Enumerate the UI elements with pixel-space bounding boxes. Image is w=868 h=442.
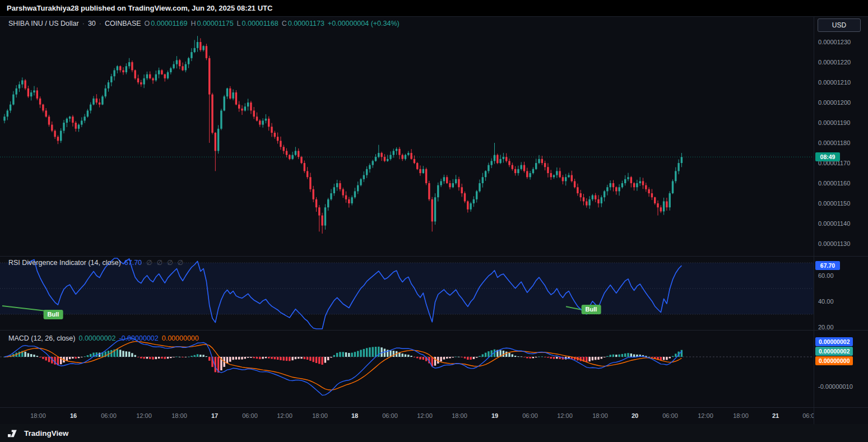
- close-value: 0.00001173: [288, 20, 324, 27]
- open-value: 0.00001169: [151, 20, 187, 27]
- tradingview-logo-icon[interactable]: [8, 429, 20, 438]
- rsi-pane-canvas[interactable]: [0, 257, 814, 331]
- time-axis-label: 21: [772, 412, 779, 419]
- high-label: H: [191, 20, 196, 27]
- macd-scale-tick: -0.00000010: [818, 383, 853, 390]
- macd-indicator-title[interactable]: MACD (12, 26, close): [8, 334, 75, 342]
- macd-line-value: -0.00000002: [119, 334, 159, 342]
- bull-marker: Bull: [582, 305, 601, 314]
- change-value: +0.00000004 (+0.34%): [328, 20, 400, 27]
- publish-info-text: published on TradingView.com, Jun 20, 20…: [78, 4, 272, 12]
- interval-label[interactable]: 30: [88, 20, 96, 27]
- price-scale-tick: 0.00001180: [818, 139, 850, 146]
- close-label: C: [282, 20, 287, 27]
- macd-value-badge: 0.00000002: [815, 337, 853, 346]
- price-legend[interactable]: SHIBA INU / US Dollar · 30 · COINBASE O0…: [8, 20, 400, 27]
- time-axis-label: 12:00: [277, 412, 293, 419]
- publisher-username: ParshwaTurakhiya28: [7, 4, 78, 12]
- legend-separator: ·: [82, 20, 85, 27]
- high-value: 0.00001175: [197, 20, 233, 27]
- price-chart-canvas[interactable]: [0, 16, 814, 257]
- time-axis-label: 06:00: [382, 412, 398, 419]
- time-axis-label: 12:00: [136, 412, 152, 419]
- close-pair: C0.00001173: [282, 20, 324, 27]
- macd-value-badge: 0.00000002: [815, 347, 853, 356]
- exchange-label[interactable]: COINBASE: [105, 20, 141, 27]
- low-pair: L0.00001168: [237, 20, 278, 27]
- countdown-badge: 08:49: [815, 152, 840, 161]
- rsi-indicator-title[interactable]: RSI Divergence Indicator (14, close): [8, 259, 121, 267]
- time-axis-label: 06:00: [101, 412, 117, 419]
- time-axis-label: 18:00: [452, 412, 467, 419]
- rsi-scale-tick: 40.00: [818, 298, 834, 305]
- time-axis-label: 06:00: [802, 412, 814, 419]
- rsi-scale-tick: 20.00: [818, 324, 834, 331]
- macd-value-badge: 0.00000000: [815, 356, 853, 365]
- rsi-value: 67.70: [124, 259, 142, 267]
- price-scale-tick: 0.00001210: [818, 79, 851, 86]
- price-scale-tick: 0.00001140: [818, 220, 850, 227]
- price-scale-tick: 0.00001200: [818, 99, 851, 106]
- high-pair: H0.00001175: [191, 20, 233, 27]
- time-axis-label: 19: [491, 412, 498, 419]
- bull-marker: Bull: [44, 310, 63, 319]
- price-scale-tick: 0.00001230: [818, 39, 851, 45]
- macd-signal-value: 0.00000000: [162, 334, 199, 342]
- time-axis-label: 18:00: [30, 412, 46, 419]
- time-axis-label: 18:00: [171, 412, 187, 419]
- time-axis-label: 18:00: [592, 412, 608, 419]
- price-scale[interactable]: 0.000012300.000012200.000012100.00001200…: [814, 16, 868, 424]
- settings-icon[interactable]: ∅: [157, 259, 163, 267]
- time-axis-label: 12:00: [417, 412, 433, 419]
- legend-separator: ·: [99, 20, 101, 27]
- time-axis-label: 20: [632, 412, 638, 419]
- time-axis-label: 17: [211, 412, 218, 419]
- symbol-name[interactable]: SHIBA INU / US Dollar: [8, 20, 79, 27]
- macd-hist-value: 0.00000002: [78, 334, 115, 342]
- footer-bar: TradingView: [0, 424, 868, 442]
- tradingview-brand-text[interactable]: TradingView: [24, 429, 68, 438]
- rsi-scale-tick: 60.00: [818, 272, 834, 279]
- low-value: 0.00001168: [242, 20, 278, 27]
- pane-separator[interactable]: [0, 330, 868, 331]
- price-scale-tick: 0.00001130: [818, 240, 850, 247]
- time-axis-label: 18:00: [733, 412, 749, 419]
- time-axis-label: 16: [70, 412, 77, 419]
- time-axis-label: 12:00: [557, 412, 573, 419]
- open-pair: O0.00001169: [145, 20, 188, 27]
- time-axis-label: 06:00: [242, 412, 258, 419]
- time-axis-label: 12:00: [698, 412, 713, 419]
- price-scale-tick: 0.00001150: [818, 200, 850, 207]
- low-label: L: [237, 20, 241, 27]
- price-scale-tick: 0.00001190: [818, 119, 850, 126]
- pane-separator: [0, 407, 868, 408]
- time-axis-label: 06:00: [662, 412, 678, 419]
- price-scale-tick: 0.00001160: [818, 180, 850, 187]
- time-axis-label: 18: [351, 412, 358, 419]
- tradingview-snapshot: ParshwaTurakhiya28 published on TradingV…: [0, 0, 868, 442]
- rsi-legend[interactable]: RSI Divergence Indicator (14, close) 67.…: [8, 259, 183, 267]
- publish-info-bar: ParshwaTurakhiya28 published on TradingV…: [0, 0, 868, 16]
- more-options-icon[interactable]: ∅: [177, 259, 183, 267]
- pane-separator: [0, 16, 868, 17]
- pane-separator[interactable]: [0, 256, 868, 257]
- delete-icon[interactable]: ∅: [167, 259, 173, 267]
- rsi-value-badge: 67.70: [815, 261, 840, 270]
- open-label: O: [145, 20, 150, 27]
- time-axis-label: 06:00: [522, 412, 538, 419]
- time-axis-label: 18:00: [312, 412, 328, 419]
- visibility-icon[interactable]: ∅: [146, 259, 152, 267]
- time-scale[interactable]: 18:001606:0012:0018:001706:0012:0018:001…: [0, 407, 814, 424]
- currency-toggle-button[interactable]: USD: [818, 18, 861, 32]
- macd-legend[interactable]: MACD (12, 26, close) 0.00000002 -0.00000…: [8, 334, 199, 342]
- price-scale-tick: 0.00001220: [818, 59, 851, 66]
